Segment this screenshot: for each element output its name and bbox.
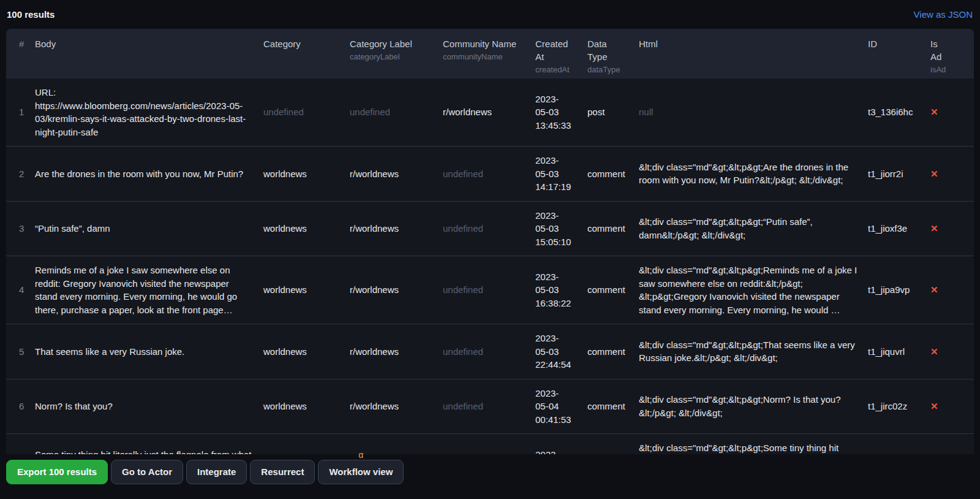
cell-created-at: 2023- 05-03 15:05:10	[535, 201, 587, 256]
table-row: 7Some tiny thing hit literally just the …	[6, 434, 974, 455]
cell-body: Some tiny thing hit literally just the f…	[35, 434, 263, 455]
cell-category-label: r/worldnews	[350, 434, 443, 455]
results-table-container: # Body Category Category Label categoryL…	[6, 29, 974, 454]
cell-body: Norm? Is that you?	[35, 379, 263, 434]
cell-id: t1_jiquvrl	[868, 324, 930, 379]
is-ad-false-icon: ✕	[930, 107, 938, 117]
row-number: 2	[6, 147, 35, 202]
cell-created-at: 2023- 05-03 14:17:19	[535, 147, 587, 202]
workflow-view-wrapper: α Workflow view	[318, 460, 404, 484]
results-table: # Body Category Category Label categoryL…	[6, 29, 974, 454]
is-ad-false-icon: ✕	[930, 223, 938, 234]
footer-toolbar: Export 100 results Go to Actor Integrate…	[6, 454, 980, 499]
row-number: 3	[6, 201, 35, 256]
cell-id: t1_jiorr2i	[868, 147, 930, 202]
cell-data-type: comment	[587, 379, 639, 434]
column-header-html: Html	[639, 29, 868, 78]
resurrect-button[interactable]: Resurrect	[250, 460, 315, 484]
cell-category: undefined	[263, 78, 350, 147]
cell-body: “Putin safe”, damn	[35, 201, 263, 256]
column-subheader: isAd	[930, 64, 964, 75]
table-row: 2Are the drones in the room with you now…	[6, 147, 974, 202]
table-header-row: # Body Category Category Label categoryL…	[6, 29, 974, 78]
table-row: 3“Putin safe”, damnworldnewsr/worldnewsu…	[6, 201, 974, 256]
table-row: 1URL: https://www.bloomberg.com/news/art…	[6, 78, 974, 147]
cell-community-name: undefined	[443, 201, 535, 256]
is-ad-false-icon: ✕	[930, 401, 938, 411]
cell-category-label: r/worldnews	[350, 324, 443, 379]
cell-data-type: comment	[587, 147, 639, 202]
cell-created-at: 2023- 05-04	[535, 434, 587, 455]
cell-community-name: undefined	[443, 379, 535, 434]
cell-community-name: undefined	[443, 147, 535, 202]
cell-id: t1_jipa9vp	[868, 256, 930, 324]
column-subheader: createdAt	[535, 64, 578, 75]
export-results-button[interactable]: Export 100 results	[6, 460, 108, 484]
cell-community-name: r/worldnews	[443, 78, 535, 147]
cell-community-name: undefined	[443, 434, 535, 455]
cell-data-type: comment	[587, 434, 639, 455]
column-header-created-at: Created At createdAt	[535, 29, 587, 78]
column-subheader: dataType	[587, 64, 629, 75]
cell-html: &lt;div class="md"&gt;&lt;p&gt;Are the d…	[639, 147, 868, 202]
cell-html: null	[639, 78, 868, 147]
cell-is-ad: ✕	[930, 379, 974, 434]
table-row: 6Norm? Is that you?worldnewsr/worldnewsu…	[6, 379, 974, 434]
cell-created-at: 2023- 05-04 00:41:53	[535, 379, 587, 434]
cell-created-at: 2023- 05-03 16:38:22	[535, 256, 587, 324]
cell-data-type: comment	[587, 201, 639, 256]
cell-is-ad: ✕	[930, 147, 974, 202]
alpha-badge: α	[358, 451, 363, 459]
is-ad-false-icon: ✕	[930, 284, 938, 295]
column-subheader: categoryLabel	[350, 51, 433, 63]
row-number: 5	[6, 324, 35, 379]
column-header-num: #	[6, 29, 35, 78]
cell-is-ad: ✕	[930, 324, 974, 379]
cell-html: &lt;div class="md"&gt;&lt;p&gt;“Putin sa…	[639, 201, 868, 256]
cell-category: worldnews	[263, 434, 350, 455]
column-header-is-ad: Is Ad isAd	[930, 29, 974, 78]
column-header-data-type: Data Type dataType	[587, 29, 639, 78]
cell-body: That seems like a very Russian joke.	[35, 324, 263, 379]
is-ad-false-icon: ✕	[930, 346, 938, 357]
table-row: 5That seems like a very Russian joke.wor…	[6, 324, 974, 379]
is-ad-false-icon: ✕	[930, 169, 938, 179]
cell-category: worldnews	[263, 201, 350, 256]
cell-category-label: r/worldnews	[350, 201, 443, 256]
row-number: 1	[6, 78, 35, 147]
workflow-view-button[interactable]: Workflow view	[318, 460, 404, 484]
integrate-button[interactable]: Integrate	[186, 460, 247, 484]
row-number: 4	[6, 256, 35, 324]
cell-body: URL: https://www.bloomberg.com/news/arti…	[35, 78, 263, 147]
cell-category: worldnews	[263, 256, 350, 324]
cell-is-ad: ✕	[930, 256, 974, 324]
cell-id: t1_jirc02z	[868, 379, 930, 434]
cell-html: &lt;div class="md"&gt;&lt;p&gt;Norm? Is …	[639, 379, 868, 434]
cell-is-ad: ✕	[930, 201, 974, 256]
cell-category: worldnews	[263, 147, 350, 202]
go-to-actor-button[interactable]: Go to Actor	[111, 460, 183, 484]
table-row: 4Reminds me of a joke I saw somewhere el…	[6, 256, 974, 324]
cell-id: t3_136i6hc	[868, 78, 930, 147]
cell-html: &lt;div class="md"&gt;&lt;p&gt;Reminds m…	[639, 256, 868, 324]
cell-is-ad: ✕	[930, 434, 974, 455]
results-count: 100 results	[7, 9, 55, 20]
cell-category-label: r/worldnews	[350, 256, 443, 324]
cell-community-name: undefined	[443, 256, 535, 324]
cell-html: &lt;div class="md"&gt;&lt;p&gt;That seem…	[639, 324, 868, 379]
cell-id	[868, 434, 930, 455]
cell-data-type: comment	[587, 256, 639, 324]
column-header-community-name: Community Name communityName	[443, 29, 535, 78]
view-as-json-link[interactable]: View as JSON	[914, 9, 973, 20]
cell-category: worldnews	[263, 324, 350, 379]
cell-created-at: 2023- 05-03 13:45:33	[535, 78, 587, 147]
cell-data-type: comment	[587, 324, 639, 379]
cell-data-type: post	[587, 78, 639, 147]
column-subheader: communityName	[443, 51, 526, 63]
column-header-body: Body	[35, 29, 263, 78]
cell-category-label: r/worldnews	[350, 379, 443, 434]
column-header-category-label: Category Label categoryLabel	[350, 29, 443, 78]
cell-category-label: r/worldnews	[350, 147, 443, 202]
row-number: 6	[6, 379, 35, 434]
cell-created-at: 2023- 05-03 22:44:54	[535, 324, 587, 379]
